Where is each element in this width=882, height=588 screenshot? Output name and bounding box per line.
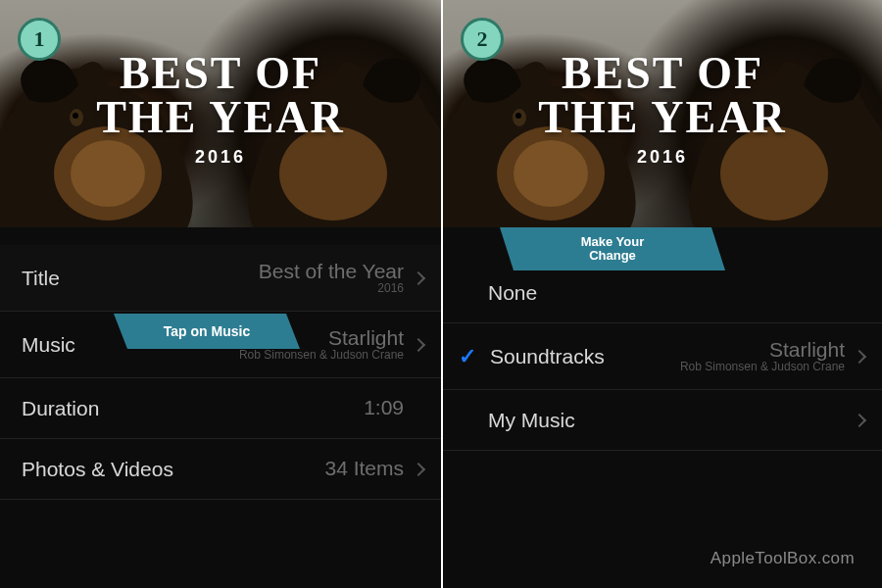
row-title-value: Best of the Year xyxy=(60,261,404,282)
hero-title: BEST OF THE YEAR 2016 xyxy=(443,51,882,168)
row-title-subvalue: 2016 xyxy=(60,282,404,295)
chevron-right-icon xyxy=(853,349,866,363)
watermark: AppleToolBox.com xyxy=(710,549,855,568)
panel-step-2: BEST OF THE YEAR 2016 2 Make Your Change… xyxy=(441,0,882,588)
hero-title-line1: BEST OF xyxy=(443,51,882,95)
row-soundtracks-label: Soundtracks xyxy=(490,345,605,368)
row-my-music-label: My Music xyxy=(488,409,575,432)
annotation-make-change: Make Your Change xyxy=(500,227,725,270)
hero-title-line2: THE YEAR xyxy=(0,95,441,139)
hero-title-line1: BEST OF xyxy=(0,51,441,95)
row-title[interactable]: Title Best of the Year 2016 xyxy=(0,245,441,312)
hero-year: 2016 xyxy=(443,147,882,168)
annotation-tap-on-music: Tap on Music xyxy=(114,314,300,349)
row-music[interactable]: Music Starlight Rob Simonsen & Judson Cr… xyxy=(0,312,441,378)
checkmark-icon: ✓ xyxy=(459,346,484,368)
row-none-label: None xyxy=(488,281,537,305)
row-photos-videos[interactable]: Photos & Videos 34 Items xyxy=(0,439,441,500)
hero-image: BEST OF THE YEAR 2016 2 xyxy=(443,0,882,227)
chevron-right-icon xyxy=(412,462,425,475)
row-soundtracks[interactable]: ✓ Soundtracks Starlight Rob Simonsen & J… xyxy=(443,323,882,390)
chevron-right-icon xyxy=(412,337,425,351)
panel-step-1: BEST OF THE YEAR 2016 1 Title Best of th… xyxy=(0,0,441,588)
row-music-label: Music xyxy=(22,333,75,357)
row-photos-label: Photos & Videos xyxy=(22,458,173,481)
chevron-right-icon xyxy=(853,413,866,426)
row-duration[interactable]: Duration 1:09 xyxy=(0,378,441,439)
row-title-label: Title xyxy=(22,267,60,290)
music-source-list: None ✓ Soundtracks Starlight Rob Simonse… xyxy=(443,263,882,451)
step-badge-2: 2 xyxy=(461,18,504,61)
hero-title-line2: THE YEAR xyxy=(443,95,882,139)
chevron-right-icon xyxy=(412,270,425,284)
row-duration-label: Duration xyxy=(22,397,99,420)
row-soundtracks-value: Starlight xyxy=(605,339,845,361)
step-badge-1: 1 xyxy=(18,18,61,61)
hero-title: BEST OF THE YEAR 2016 xyxy=(0,51,441,168)
row-photos-value: 34 Items xyxy=(173,458,404,479)
row-duration-value: 1:09 xyxy=(99,397,404,418)
row-none[interactable]: None xyxy=(443,263,882,323)
row-soundtracks-subvalue: Rob Simonsen & Judson Crane xyxy=(605,361,845,373)
row-my-music[interactable]: My Music xyxy=(443,390,882,451)
settings-list: Title Best of the Year 2016 Music Starli… xyxy=(0,245,441,500)
hero-year: 2016 xyxy=(0,147,441,168)
hero-image: BEST OF THE YEAR 2016 1 xyxy=(0,0,441,227)
row-music-subvalue: Rob Simonsen & Judson Crane xyxy=(75,349,404,362)
